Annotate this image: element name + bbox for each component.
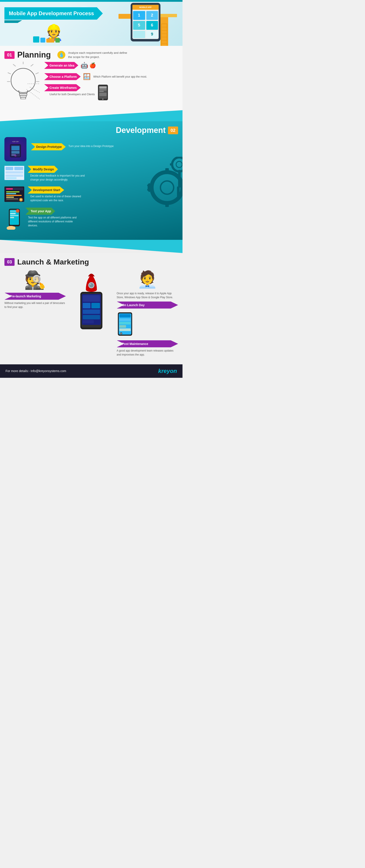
svg-rect-122 — [83, 320, 94, 323]
design-prototype-badge: Design Prototype — [31, 143, 66, 150]
step-design-prototype: Design Prototype Turn your idea into a D… — [31, 143, 134, 150]
planning-header: 01 Planning 💧 Analyze each requirement c… — [4, 50, 178, 60]
svg-rect-127 — [119, 322, 131, 324]
top-bar — [0, 0, 182, 2]
rocket-svg — [75, 270, 108, 336]
planning-intro: Analyze each requirement carefully and d… — [68, 51, 130, 59]
svg-rect-91 — [6, 193, 16, 194]
step-launch-day: On Launch Day — [117, 302, 178, 309]
dev-title: Development — [116, 126, 166, 135]
planning-title: Planning — [17, 50, 51, 60]
infographic-main: Mobile App Development Process 👷 — [0, 0, 182, 378]
svg-point-80 — [15, 155, 17, 157]
post-maintenance-desc: A good app development team releases upd… — [117, 349, 178, 356]
svg-rect-84 — [5, 171, 23, 174]
launch-number: 03 — [4, 258, 15, 266]
windows-icon: 🪟 — [83, 73, 91, 80]
planning-number: 01 — [4, 51, 15, 59]
step-post-maintenance: Post Maintenance A good app development … — [117, 340, 178, 356]
binoculars-person-icon: 🕵️ — [4, 270, 66, 290]
svg-point-54 — [102, 98, 104, 100]
wireframe-phone-icon — [97, 84, 109, 102]
svg-point-115 — [90, 284, 91, 285]
svg-rect-72 — [170, 163, 173, 165]
svg-rect-128 — [119, 325, 126, 328]
step-generate-idea: Generate an Idea 🤖 🍎 — [44, 62, 178, 69]
svg-rect-129 — [119, 329, 131, 331]
svg-rect-50 — [99, 86, 107, 89]
svg-rect-77 — [11, 146, 20, 150]
svg-rect-125 — [119, 314, 131, 317]
idea-icon: 💧 — [57, 51, 65, 59]
svg-rect-78 — [11, 151, 20, 154]
svg-rect-119 — [91, 303, 100, 308]
launch-day-phone: ▶ — [117, 312, 178, 337]
launch-section: 03 Launch & Marketing 🕵️ Pre-launch Mark… — [0, 253, 182, 364]
svg-rect-83 — [15, 167, 23, 170]
svg-line-35 — [8, 73, 10, 74]
gear-decoration — [147, 157, 182, 219]
transition-shape-2 — [0, 240, 182, 253]
svg-text:9: 9 — [151, 32, 153, 36]
launch-title: Launch & Marketing — [17, 257, 89, 267]
svg-line-36 — [31, 64, 33, 66]
svg-rect-94 — [6, 198, 18, 199]
svg-line-47 — [27, 89, 40, 99]
svg-rect-29 — [133, 31, 145, 38]
test-app-desc: Test the app on all different platforms … — [28, 215, 83, 227]
svg-rect-74 — [177, 186, 179, 197]
launch-right: 🧑‍💼 Once your app is ready, release it t… — [117, 270, 178, 360]
svg-text:6: 6 — [151, 23, 153, 27]
svg-line-37 — [36, 73, 38, 74]
transition-shape-1 — [0, 110, 182, 121]
svg-rect-126 — [119, 318, 131, 321]
svg-point-58 — [161, 181, 174, 194]
apple-icon: 🍎 — [89, 62, 96, 68]
generate-idea-badge: Generate an Idea — [44, 62, 78, 69]
page-title: Mobile App Development Process — [9, 10, 94, 16]
svg-rect-93 — [6, 196, 14, 198]
svg-rect-117 — [83, 295, 100, 302]
svg-rect-120 — [83, 309, 100, 314]
svg-rect-107 — [7, 226, 16, 230]
svg-line-34 — [13, 64, 16, 66]
svg-point-97 — [20, 199, 22, 200]
development-section: Development 02 <UX UI> Des — [0, 121, 182, 240]
lightbulb-column — [4, 62, 42, 106]
step-wireframes: Create Wireframes Useful for both Develo… — [44, 84, 178, 102]
svg-rect-86 — [5, 177, 17, 179]
svg-rect-82 — [5, 167, 13, 170]
modify-design-badge: Modify Design — [28, 166, 58, 173]
phone-test-icon: 🐛 — [4, 208, 22, 230]
svg-rect-73 — [178, 170, 181, 188]
launch-header: 03 Launch & Marketing — [4, 257, 178, 267]
svg-text:5: 5 — [138, 23, 140, 27]
dev-header: Development 02 — [4, 126, 178, 135]
planning-steps-col: Generate an Idea 🤖 🍎 Choose a Platform 🪟… — [42, 62, 178, 106]
header-section: Mobile App Development Process 👷 — [0, 2, 182, 46]
choose-platform-badge: Choose a Platform — [44, 73, 81, 80]
android-icon: 🤖 — [81, 62, 88, 69]
svg-rect-59 — [165, 168, 169, 173]
modify-design-desc: Decide what feedback is important for yo… — [30, 173, 85, 182]
rocket-center — [69, 270, 113, 360]
svg-rect-51 — [99, 89, 107, 90]
ux-phone-device: <UX UI> — [4, 137, 27, 161]
deco-blocks — [33, 36, 60, 42]
dev-start-badge: Development Start — [28, 186, 64, 193]
planning-section: 01 Planning 💧 Analyze each requirement c… — [0, 46, 182, 110]
step-prelaunch: Pre-launch Marketing Without marketing y… — [4, 293, 66, 309]
step-choose-platform: Choose a Platform 🪟 Which Platform will … — [44, 73, 178, 80]
wireframes-badge: Create Wireframes — [44, 84, 81, 91]
dev-number: 02 — [168, 126, 178, 134]
svg-point-40 — [11, 68, 35, 93]
wireframes-desc: Useful for both Developers and Clients — [50, 92, 95, 96]
footer: For more details:- Info@kreyonsystems.co… — [0, 364, 182, 378]
launch-body: 🕵️ Pre-launch Marketing Without marketin… — [4, 270, 178, 360]
design-prototype-desc: Turn your idea into a Design Prototype — [68, 143, 114, 148]
choose-platform-desc: Which Platform will benefit your app the… — [93, 75, 147, 79]
svg-rect-101 — [10, 213, 16, 214]
svg-rect-118 — [83, 303, 90, 308]
svg-point-114 — [89, 283, 93, 287]
lightbulb-svg — [7, 62, 40, 106]
